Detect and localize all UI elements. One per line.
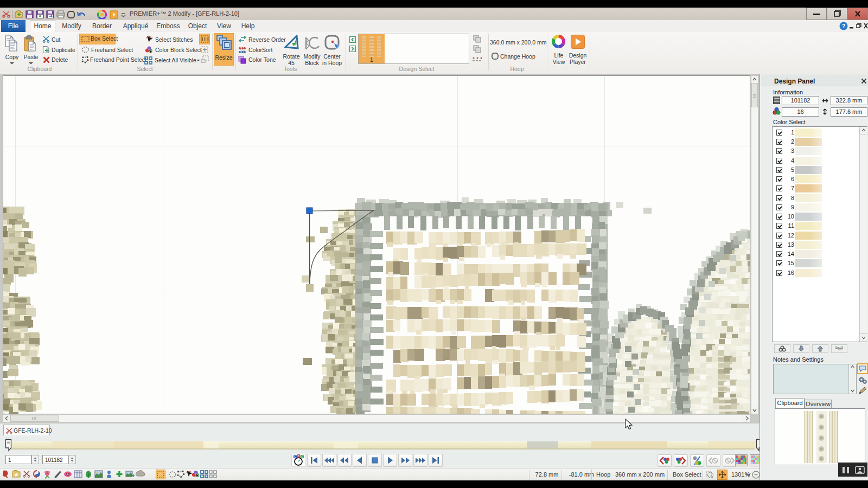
svg-text:%: %: [837, 346, 841, 351]
svg-text:G: G: [301, 455, 303, 458]
svg-text:C: C: [294, 455, 296, 458]
svg-text:?: ?: [842, 23, 846, 29]
